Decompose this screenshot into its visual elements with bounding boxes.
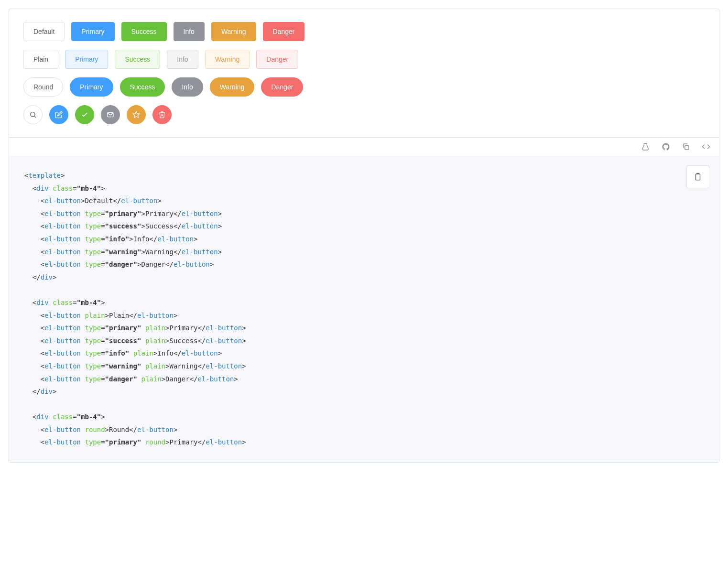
search-icon xyxy=(29,111,37,119)
button-label: Info xyxy=(177,56,188,63)
button-label: Danger xyxy=(273,28,295,35)
github-icon[interactable] xyxy=(662,142,670,151)
round-success-button[interactable]: Success xyxy=(120,77,165,97)
star-icon xyxy=(132,111,140,119)
svg-rect-5 xyxy=(685,146,689,150)
success-button[interactable]: Success xyxy=(121,22,167,41)
plain-info-button[interactable]: Info xyxy=(167,50,198,69)
info-button[interactable]: Info xyxy=(174,22,205,41)
button-label: Plain xyxy=(33,56,48,63)
code-content: <template> <div class="mb-4"> <el-button… xyxy=(24,169,704,449)
button-label: Primary xyxy=(81,28,104,35)
plain-danger-button[interactable]: Danger xyxy=(256,50,298,69)
code-toggle-icon[interactable] xyxy=(702,142,710,151)
primary-button[interactable]: Primary xyxy=(71,22,114,41)
plain-button[interactable]: Plain xyxy=(23,50,58,69)
delete-icon xyxy=(158,111,166,119)
round-warning-button[interactable]: Warning xyxy=(210,77,255,97)
demo-preview: Default Primary Success Info Warning Dan… xyxy=(9,9,719,137)
round-info-button[interactable]: Info xyxy=(172,77,203,97)
playground-icon[interactable] xyxy=(641,142,650,151)
plain-success-button[interactable]: Success xyxy=(115,50,160,69)
copy-code-button[interactable] xyxy=(686,165,709,188)
button-label: Warning xyxy=(221,28,246,35)
svg-rect-6 xyxy=(696,174,700,180)
star-circle-button[interactable] xyxy=(127,105,146,124)
code-block: <template> <div class="mb-4"> <el-button… xyxy=(9,156,719,462)
button-label: Default xyxy=(33,28,54,35)
button-row-solid: Default Primary Success Info Warning Dan… xyxy=(23,22,705,41)
button-label: Warning xyxy=(220,84,245,90)
button-label: Success xyxy=(125,56,150,63)
default-button[interactable]: Default xyxy=(23,22,65,41)
check-icon xyxy=(81,111,88,119)
button-label: Success xyxy=(130,84,155,90)
button-label: Danger xyxy=(266,56,288,63)
button-label: Warning xyxy=(215,56,240,63)
svg-marker-3 xyxy=(133,111,139,118)
demo-toolbar xyxy=(9,137,719,156)
danger-button[interactable]: Danger xyxy=(263,22,305,41)
check-circle-button[interactable] xyxy=(75,105,94,124)
delete-circle-button[interactable] xyxy=(152,105,172,124)
button-label: Success xyxy=(131,28,157,35)
button-label: Primary xyxy=(75,56,98,63)
clipboard-icon xyxy=(694,173,702,181)
button-label: Round xyxy=(33,84,53,90)
button-label: Info xyxy=(182,84,193,90)
edit-circle-button[interactable] xyxy=(49,105,68,124)
plain-warning-button[interactable]: Warning xyxy=(205,50,250,69)
svg-point-0 xyxy=(31,112,35,117)
copy-icon[interactable] xyxy=(682,142,690,151)
button-row-icons xyxy=(23,105,705,124)
edit-icon xyxy=(55,111,63,119)
plain-primary-button[interactable]: Primary xyxy=(65,50,108,69)
round-primary-button[interactable]: Primary xyxy=(70,77,113,97)
button-label: Info xyxy=(184,28,195,35)
button-label: Danger xyxy=(271,84,293,90)
mail-icon xyxy=(107,111,114,119)
mail-circle-button[interactable] xyxy=(101,105,120,124)
round-button[interactable]: Round xyxy=(23,77,63,97)
warning-button[interactable]: Warning xyxy=(211,22,256,41)
button-label: Primary xyxy=(80,84,103,90)
button-row-round: Round Primary Success Info Warning Dange… xyxy=(23,77,705,97)
round-danger-button[interactable]: Danger xyxy=(261,77,303,97)
demo-card: Default Primary Success Info Warning Dan… xyxy=(9,9,719,463)
svg-line-1 xyxy=(34,116,36,118)
search-circle-button[interactable] xyxy=(23,105,43,124)
button-row-plain: Plain Primary Success Info Warning Dange… xyxy=(23,50,705,69)
